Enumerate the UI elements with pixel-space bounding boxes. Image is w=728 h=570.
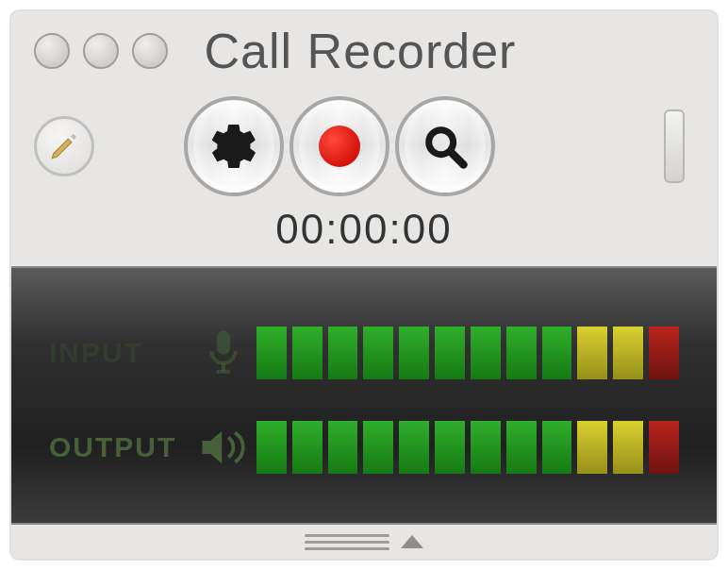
audio-meters-panel: INPUT OUTPUT	[11, 266, 717, 525]
settings-button[interactable]	[184, 96, 284, 196]
meter-bar	[328, 421, 358, 474]
input-meter-row: INPUT	[49, 320, 679, 386]
expand-arrow-icon	[401, 535, 423, 548]
input-meter-bars	[256, 327, 679, 379]
drag-grip-icon	[305, 534, 389, 550]
window-title: Call Recorder	[168, 23, 553, 79]
meter-bar	[363, 327, 393, 379]
meter-bar	[435, 421, 465, 474]
meter-bar	[613, 421, 643, 474]
meter-bar	[256, 327, 287, 379]
pencil-icon	[48, 130, 80, 162]
meter-bar	[328, 327, 358, 379]
output-meter-row: OUTPUT	[49, 414, 679, 480]
meter-bar	[399, 327, 429, 379]
meter-bar	[542, 421, 572, 474]
zoom-window-button[interactable]	[132, 33, 168, 69]
meter-bar	[542, 327, 572, 379]
meter-bar	[292, 327, 323, 379]
gear-icon	[207, 120, 260, 173]
svg-line-1	[451, 153, 463, 165]
output-meter-bars	[256, 421, 679, 474]
meter-bar	[649, 421, 679, 474]
magnifier-icon	[421, 122, 470, 171]
edit-button[interactable]	[34, 116, 94, 176]
main-button-group	[184, 96, 495, 196]
svg-rect-2	[217, 331, 230, 355]
meter-bar	[435, 327, 465, 379]
close-window-button[interactable]	[34, 33, 70, 69]
minimize-window-button[interactable]	[83, 33, 119, 69]
input-label: INPUT	[49, 337, 190, 369]
search-button[interactable]	[395, 96, 495, 196]
meter-bar	[649, 327, 679, 379]
call-recorder-window: Call Recorder	[9, 9, 719, 561]
meter-bar	[399, 421, 429, 474]
recording-timer: 00:00:00	[11, 200, 717, 266]
meter-bar	[506, 421, 537, 474]
microphone-icon	[190, 327, 256, 378]
meter-bar	[471, 421, 501, 474]
meter-bar	[363, 421, 393, 474]
meter-bar	[292, 421, 323, 474]
speaker-icon	[190, 426, 256, 469]
controls-row	[11, 79, 717, 200]
meter-bar	[577, 327, 607, 379]
meter-bar	[613, 327, 643, 379]
record-icon	[319, 126, 360, 167]
resize-handle-bar[interactable]	[11, 525, 717, 559]
titlebar: Call Recorder	[11, 11, 717, 79]
meter-bar	[471, 327, 501, 379]
window-controls	[34, 33, 168, 69]
meter-bar	[506, 327, 537, 379]
output-label: OUTPUT	[49, 431, 190, 463]
level-indicator-pill[interactable]	[664, 109, 685, 183]
meter-bar	[256, 421, 287, 474]
meter-bar	[577, 421, 607, 474]
record-button[interactable]	[290, 96, 389, 196]
